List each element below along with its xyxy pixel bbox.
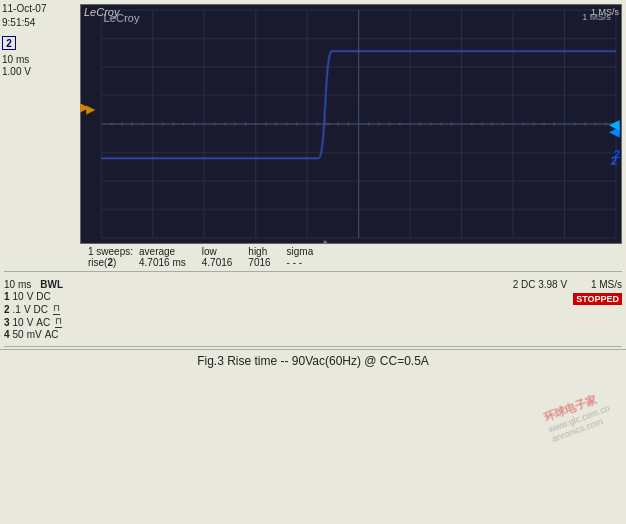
stats-values-row: rise(2) 4.7016 ms 4.7016 7016 - - - bbox=[88, 257, 319, 268]
left-panel: 11-Oct-07 9:51:54 2 10 ms 1.00 V bbox=[0, 0, 80, 244]
scope-ms-label: 1 MS/s bbox=[591, 279, 622, 290]
scope-brand: LeCroy bbox=[84, 6, 119, 18]
col-high: high bbox=[238, 246, 276, 257]
ch2-display-row: 2 DC 3.98 V bbox=[513, 279, 567, 290]
ch3-voltage: 10 bbox=[13, 317, 24, 328]
timebase-setting: 10 ms BWL bbox=[4, 279, 64, 290]
ch1-setting: 1 10 V DC bbox=[4, 291, 64, 302]
bwl-value: BWL bbox=[40, 279, 63, 290]
main-container: 11-Oct-07 9:51:54 2 10 ms 1.00 V LeCroy … bbox=[0, 0, 626, 524]
ch3-dc-icon: ⊓ bbox=[55, 316, 62, 328]
voltage-label: 1.00 V bbox=[2, 66, 78, 77]
ch2-arrow: ◀ bbox=[609, 116, 620, 132]
ch2-num: 2 bbox=[4, 304, 10, 315]
ch3-setting: 3 10 V AC ⊓ bbox=[4, 316, 64, 328]
settings-row: 10 ms BWL 1 10 V DC 2 .1 V DC ⊓ 3 bbox=[4, 277, 622, 342]
ch2-coupling: DC bbox=[34, 304, 48, 315]
stopped-badge: STOPPED bbox=[573, 293, 622, 305]
ch2-setting-row: 2 .1 V DC ⊓ bbox=[4, 303, 64, 315]
time: 9:51:54 bbox=[2, 16, 78, 30]
ch4-coupling: AC bbox=[45, 329, 59, 340]
sweeps-label: 1 sweeps: bbox=[88, 246, 139, 257]
bottom-section: 10 ms BWL 1 10 V DC 2 .1 V DC ⊓ 3 bbox=[0, 275, 626, 344]
ch1-num: 1 bbox=[4, 291, 10, 302]
scope-wrapper: LeCroy ▶ ◀ 2 1 MS/s bbox=[80, 4, 622, 244]
ch2-display: 2 DC 3.98 V bbox=[513, 279, 567, 290]
ch3-unit: V bbox=[27, 317, 34, 328]
ch2-row: 2 bbox=[2, 36, 78, 50]
ch4-num: 4 bbox=[4, 329, 10, 340]
scope-canvas bbox=[80, 4, 622, 244]
ch4-setting: 4 50 mV AC bbox=[4, 329, 64, 340]
figure-caption: Fig.3 Rise time -- 90Vac(60Hz) @ CC=0.5A bbox=[0, 349, 626, 370]
ch1-voltage: 10 bbox=[13, 291, 24, 302]
ch1-coupling: DC bbox=[36, 291, 50, 302]
ch3-coupling: AC bbox=[36, 317, 50, 328]
divider bbox=[4, 271, 622, 272]
ch2-scope-label: 2 bbox=[614, 148, 620, 160]
settings-col-main: 10 ms BWL 1 10 V DC 2 .1 V DC ⊓ 3 bbox=[4, 279, 64, 340]
stats-header-row: 1 sweeps: average low high sigma bbox=[88, 246, 319, 257]
col-sigma: sigma bbox=[277, 246, 320, 257]
rise-label: rise(2) bbox=[88, 257, 139, 268]
right-panel: 1 MS/s STOPPED bbox=[573, 279, 622, 305]
stats-section: 1 sweeps: average low high sigma rise(2)… bbox=[0, 244, 626, 268]
ch4-voltage: 50 bbox=[13, 329, 24, 340]
ch4-unit: mV bbox=[27, 329, 42, 340]
col-average: average bbox=[139, 246, 192, 257]
ch2-voltage: .1 bbox=[13, 304, 21, 315]
caption-divider bbox=[4, 346, 622, 347]
val-sigma: - - - bbox=[277, 257, 320, 268]
ch3-num: 3 bbox=[4, 317, 10, 328]
ch2-unit: V bbox=[24, 304, 31, 315]
ch2-number: 2 bbox=[2, 36, 16, 50]
stats-table: 1 sweeps: average low high sigma rise(2)… bbox=[88, 246, 319, 268]
trigger-arrow: ▶ bbox=[80, 100, 89, 114]
col-low: low bbox=[192, 246, 239, 257]
timebase-value: 10 ms bbox=[4, 279, 31, 290]
date: 11-Oct-07 bbox=[2, 2, 78, 16]
timestamp: 11-Oct-07 9:51:54 bbox=[2, 2, 78, 30]
top-row: 11-Oct-07 9:51:54 2 10 ms 1.00 V LeCroy … bbox=[0, 0, 626, 244]
ch2-dc-icon: ⊓ bbox=[53, 303, 60, 315]
ch1-unit: V bbox=[27, 291, 34, 302]
val-high: 7016 bbox=[238, 257, 276, 268]
val-low: 4.7016 bbox=[192, 257, 239, 268]
val-average: 4.7016 ms bbox=[139, 257, 192, 268]
channel-info: 2 10 ms 1.00 V bbox=[2, 36, 78, 77]
timescale-label: 10 ms bbox=[2, 54, 78, 65]
ms-label: 1 MS/s bbox=[591, 7, 619, 17]
